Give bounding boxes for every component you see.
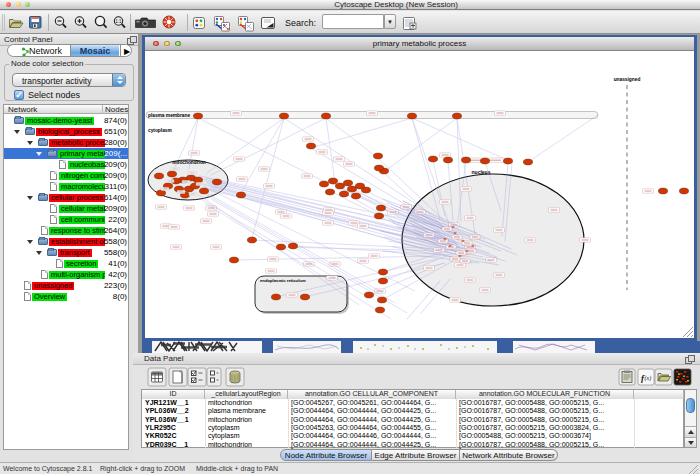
svg-text:1:1: 1:1 bbox=[115, 19, 122, 24]
svg-text:cytoplasm: cytoplasm bbox=[148, 127, 172, 132]
svg-text:unassigned: unassigned bbox=[614, 76, 641, 81]
svg-text:plasma membrane: plasma membrane bbox=[148, 112, 190, 117]
svg-text:endoplasmic reticulum: endoplasmic reticulum bbox=[260, 278, 306, 283]
svg-text:(x): (x) bbox=[645, 375, 652, 382]
